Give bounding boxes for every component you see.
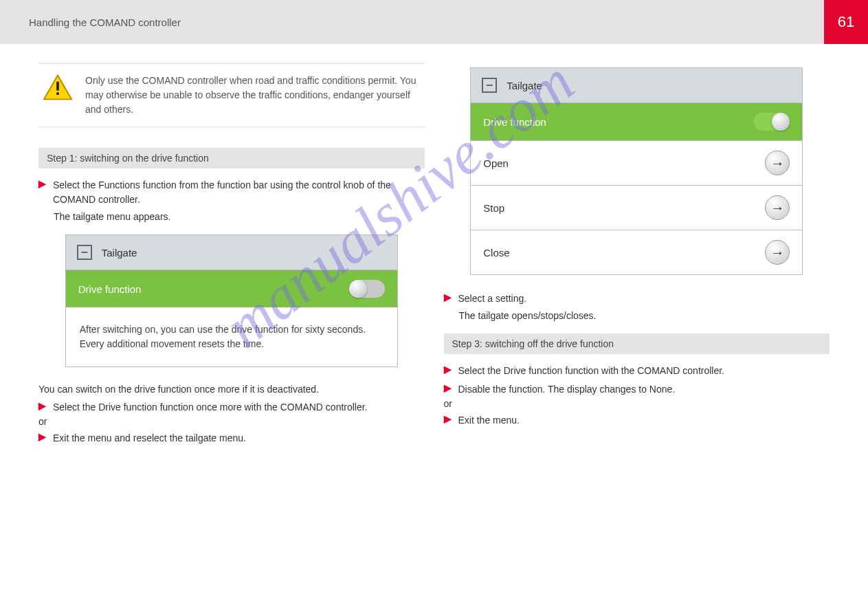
row-label: Open (483, 157, 509, 169)
panel-description: After switching on, you can use the driv… (66, 307, 397, 366)
bullet-item: ▶ Disable the function. The display chan… (444, 382, 830, 397)
tailgate-panel-a: − Tailgate Drive function After switchin… (65, 234, 398, 367)
bullet-item: ▶ Exit the menu. (444, 413, 830, 428)
page-number-tab: 61 (824, 0, 868, 44)
bullet-text: Select the Drive function function once … (53, 400, 368, 415)
step-3-heading: Step 3: switching off the drive function (444, 333, 830, 354)
bullet-item: ▶ Exit the menu and reselect the tailgat… (38, 431, 425, 446)
right-column: − Tailgate Drive function Open → Stop → … (434, 44, 840, 447)
warning-text: Only use the COMAND controller when road… (85, 74, 421, 117)
svg-rect-1 (56, 82, 59, 91)
triangle-bullet-icon: ▶ (444, 292, 452, 306)
left-column: Only use the COMAND controller when road… (29, 44, 434, 447)
toggle-on-icon[interactable] (754, 113, 790, 131)
triangle-bullet-icon: ▶ (444, 382, 452, 397)
bullet-item: ▶ Select the Drive function function onc… (38, 400, 425, 415)
result-text: The tailgate menu appears. (54, 211, 425, 222)
bullet-item: ▶ Select a setting. (444, 292, 830, 306)
result-text: The tailgate opens/stops/closes. (459, 310, 830, 321)
page-number: 61 (838, 13, 854, 31)
bullet-text: Exit the menu and reselect the tailgate … (53, 431, 246, 446)
triangle-bullet-icon: ▶ (444, 413, 452, 428)
triangle-bullet-icon: ▶ (38, 178, 46, 207)
panel-header[interactable]: − Tailgate (66, 235, 397, 270)
triangle-bullet-icon: ▶ (38, 400, 46, 415)
or-text: or (444, 398, 830, 409)
arrow-right-icon[interactable]: → (765, 240, 790, 265)
arrow-right-icon[interactable]: → (765, 195, 790, 220)
collapse-icon[interactable]: − (77, 245, 92, 260)
warning-box: Only use the COMAND controller when road… (38, 63, 425, 127)
row-label: Drive function (78, 283, 142, 295)
panel-title: Tailgate (507, 80, 542, 91)
close-row[interactable]: Close → (471, 230, 802, 274)
bullet-text: Select a setting. (458, 292, 527, 306)
triangle-bullet-icon: ▶ (444, 364, 452, 378)
step-1-heading: Step 1: switching on the drive function (38, 148, 425, 168)
bullet-item: ▶ Select the Drive function function wit… (444, 364, 830, 378)
toggle-off-icon[interactable] (349, 280, 385, 298)
tailgate-panel-b: − Tailgate Drive function Open → Stop → … (470, 67, 803, 275)
row-label: Close (483, 247, 509, 259)
panel-title: Tailgate (102, 247, 137, 259)
drive-function-row[interactable]: Drive function (471, 102, 802, 140)
svg-rect-2 (56, 92, 59, 95)
warning-icon (43, 74, 73, 101)
drive-function-row[interactable]: Drive function (66, 270, 397, 307)
bullet-text: Exit the menu. (458, 413, 520, 428)
bullet-text: Disable the function. The display change… (458, 382, 676, 397)
lead-text: You can switch on the drive function onc… (38, 384, 425, 395)
bullet-text: Select the Drive function function with … (458, 364, 725, 378)
triangle-bullet-icon: ▶ (38, 431, 46, 446)
row-label: Stop (483, 202, 504, 214)
bullet-text: Select the Functions function from the f… (53, 178, 425, 207)
collapse-icon[interactable]: − (482, 78, 497, 93)
row-label: Drive function (483, 116, 546, 128)
header-bar: Handling the COMAND controller (0, 0, 868, 44)
bullet-item: ▶ Select the Functions function from the… (38, 178, 425, 207)
panel-header[interactable]: − Tailgate (471, 68, 802, 102)
arrow-right-icon[interactable]: → (765, 151, 790, 175)
stop-row[interactable]: Stop → (471, 185, 802, 230)
or-text: or (38, 416, 425, 427)
open-row[interactable]: Open → (471, 140, 802, 185)
header-title: Handling the COMAND controller (29, 17, 181, 28)
